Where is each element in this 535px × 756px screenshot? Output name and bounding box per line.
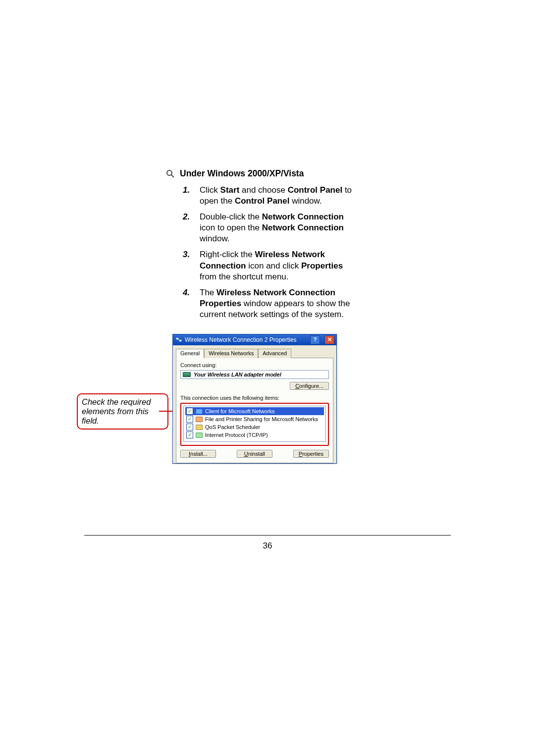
dialog-title: Wireless Network Connection 2 Properties <box>185 336 307 343</box>
network-card-icon <box>183 372 191 378</box>
connect-using-label: Connect using: <box>180 362 329 368</box>
list-item[interactable]: File and Printer Sharing for Microsoft N… <box>185 415 324 423</box>
step-4: The Wireless Network Connection Properti… <box>183 287 359 320</box>
checkbox-icon[interactable] <box>186 416 193 423</box>
qos-scheduler-icon <box>196 424 203 430</box>
instruction-list: Click Start and choose Control Panel to … <box>166 185 359 320</box>
tab-strip: General Wireless Networks Advanced <box>176 348 333 358</box>
checkbox-icon[interactable] <box>186 408 193 415</box>
titlebar-help-button[interactable]: ? <box>310 335 320 344</box>
tab-panel-general: Connect using: Your Wireless LAN adapter… <box>176 358 333 463</box>
step-1: Click Start and choose Control Panel to … <box>183 185 359 207</box>
section-heading: Under Windows 2000/XP/Vista <box>180 168 304 179</box>
connection-items-highlight: Client for Microsoft Networks File and P… <box>180 403 329 446</box>
adapter-name: Your Wireless LAN adapter model <box>194 372 281 378</box>
list-item[interactable]: QoS Packet Scheduler <box>185 423 324 431</box>
checkbox-icon[interactable] <box>186 424 193 431</box>
item-label: Client for Microsoft Networks <box>205 408 275 414</box>
connection-items-label: This connection uses the following items… <box>180 395 329 401</box>
item-label: Internet Protocol (TCP/IP) <box>205 432 268 438</box>
item-label: File and Printer Sharing for Microsoft N… <box>205 416 318 422</box>
magnifier-icon <box>166 169 175 178</box>
tab-wireless-networks[interactable]: Wireless Networks <box>204 349 258 358</box>
svg-line-1 <box>171 175 174 177</box>
svg-rect-2 <box>176 338 178 339</box>
item-label: QoS Packet Scheduler <box>205 424 260 430</box>
list-item[interactable]: Client for Microsoft Networks <box>185 407 324 415</box>
titlebar-close-button[interactable]: ✕ <box>324 335 334 344</box>
adapter-field[interactable]: Your Wireless LAN adapter model <box>180 370 329 379</box>
properties-button[interactable]: Properties <box>293 450 329 458</box>
configure-button[interactable]: Configure... <box>290 382 329 390</box>
network-status-icon <box>176 337 182 343</box>
install-button[interactable]: Install... <box>180 450 216 458</box>
properties-dialog: Wireless Network Connection 2 Properties… <box>172 334 337 464</box>
step-2: Double-click the Network Connection icon… <box>183 212 359 244</box>
step-3: Right-click the Wireless Network Connect… <box>183 249 359 282</box>
file-printer-sharing-icon <box>196 416 203 422</box>
connection-items-list[interactable]: Client for Microsoft Networks File and P… <box>183 406 326 442</box>
tcp-ip-icon <box>196 432 203 438</box>
svg-point-0 <box>167 170 172 175</box>
tab-general[interactable]: General <box>176 349 204 358</box>
dialog-titlebar: Wireless Network Connection 2 Properties… <box>173 334 336 345</box>
list-item[interactable]: Internet Protocol (TCP/IP) <box>185 431 324 439</box>
checkbox-icon[interactable] <box>186 432 193 438</box>
client-networks-icon <box>196 408 203 414</box>
callout-box: Check the required elements from this fi… <box>77 393 168 430</box>
uninstall-button[interactable]: Uninstall <box>237 450 272 458</box>
callout-text: Check the required elements from this fi… <box>82 397 151 425</box>
footer-rule <box>84 535 451 536</box>
tab-advanced[interactable]: Advanced <box>258 349 291 358</box>
page-number: 36 <box>0 541 535 551</box>
